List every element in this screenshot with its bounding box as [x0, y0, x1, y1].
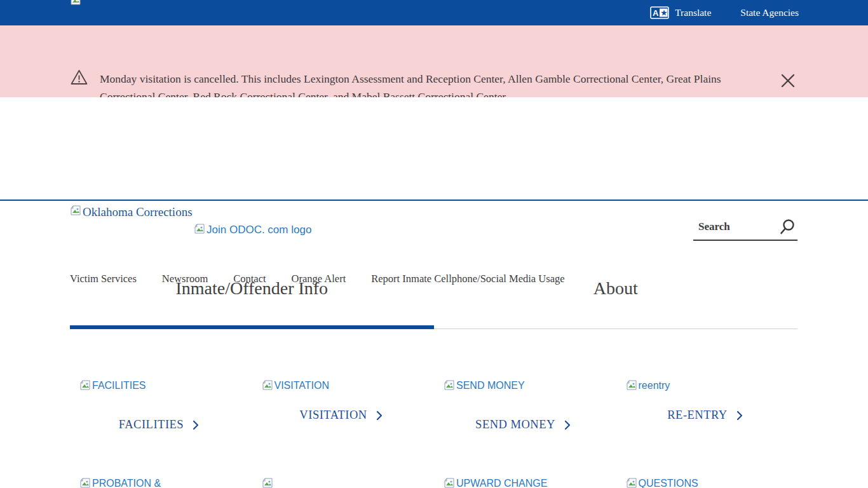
broken-image-icon	[626, 380, 637, 390]
card-facilities[interactable]: FACILITIES FACILITIES	[70, 380, 252, 431]
card-probation-parole[interactable]: PROBATION &	[70, 478, 252, 488]
broken-image-icon	[79, 478, 91, 488]
broken-image-icon	[262, 478, 273, 488]
card-image-alt-text: reentry	[639, 380, 670, 391]
tab-inmate-offender-info[interactable]: Inmate/Offender Info	[70, 278, 434, 318]
reentry-link-label: RE-ENTRY	[667, 409, 727, 422]
translate-label: Translate	[675, 7, 711, 18]
topbar-links: A ★ Translate State Agencies	[650, 0, 799, 25]
tab-about[interactable]: About	[434, 278, 798, 318]
inactive-tab-divider	[434, 329, 797, 329]
card-grid-row-1: FACILITIES FACILITIES VI	[70, 380, 798, 431]
site-logo-alt-text: Oklahoma Corrections	[83, 205, 193, 219]
card-send-money[interactable]: SEND MONEY SEND MONEY	[434, 380, 616, 431]
site-logo-link[interactable]: Oklahoma Corrections	[70, 205, 193, 219]
warning-icon	[71, 69, 88, 85]
join-odoc-logo-link[interactable]: Join ODOC. com logo	[194, 224, 311, 236]
state-agencies-link[interactable]: State Agencies	[740, 7, 799, 18]
card-image-alt-text: UPWARD CHANGE	[456, 478, 547, 488]
card-reentry[interactable]: reentry RE-ENTRY	[616, 380, 799, 431]
search-icon[interactable]	[778, 218, 796, 236]
chevron-right-icon	[376, 410, 383, 421]
broken-image-icon	[194, 224, 205, 234]
svg-text:★: ★	[661, 9, 667, 17]
send-money-link-label: SEND MONEY	[475, 418, 555, 431]
broken-image-icon	[79, 380, 91, 390]
search-box	[693, 215, 797, 241]
broken-image-icon	[70, 0, 81, 5]
svg-text:A: A	[653, 8, 659, 18]
facilities-link-label: FACILITIES	[119, 418, 184, 431]
card-image-alt-text: FACILITIES	[92, 380, 146, 391]
broken-image-icon	[444, 380, 455, 390]
join-odoc-logo-alt-text: Join ODOC. com logo	[207, 224, 311, 236]
card-image-alt-text: PROBATION &	[92, 478, 161, 488]
state-agencies-label: State Agencies	[740, 7, 799, 18]
translate-icon: A ★	[650, 6, 669, 19]
card-upward-change[interactable]: UPWARD CHANGE	[434, 478, 616, 488]
card-grid-row-2: PROBATION &	[70, 478, 798, 488]
broken-image-icon	[262, 380, 273, 390]
content-tabs: Inmate/Offender Info About	[70, 278, 797, 318]
visitation-link[interactable]: VISITATION	[262, 409, 421, 422]
top-utility-bar: A ★ Translate State Agencies	[0, 0, 868, 25]
chevron-right-icon	[564, 420, 571, 430]
chevron-right-icon	[193, 420, 199, 430]
card-questions[interactable]: QUESTIONS	[616, 478, 799, 488]
broken-image-icon	[444, 478, 455, 488]
card-image-alt-text: VISITATION	[275, 380, 330, 391]
alert-close-button[interactable]	[778, 71, 797, 90]
card-unnamed[interactable]	[252, 478, 435, 488]
close-icon	[780, 72, 796, 89]
facilities-link[interactable]: FACILITIES	[79, 418, 238, 431]
broken-image-icon	[70, 205, 81, 215]
card-image-alt-text: SEND MONEY	[456, 380, 525, 391]
page: A ★ Translate State Agencies Monday visi…	[0, 0, 868, 488]
card-image-alt-text: QUESTIONS	[639, 478, 698, 488]
card-visitation[interactable]: VISITATION VISITATION	[252, 380, 435, 431]
reentry-link[interactable]: RE-ENTRY	[626, 409, 785, 422]
alert-banner: Monday visitation is cancelled. This inc…	[0, 25, 868, 97]
search-input[interactable]	[693, 215, 775, 238]
site-header: Oklahoma Corrections Victim Services New…	[0, 97, 868, 201]
broken-image-icon	[626, 478, 637, 488]
chevron-right-icon	[736, 410, 743, 421]
visitation-link-label: VISITATION	[299, 409, 367, 422]
send-money-link[interactable]: SEND MONEY	[444, 418, 602, 431]
translate-button[interactable]: A ★ Translate	[650, 6, 711, 19]
tab-indicator-track	[70, 325, 797, 329]
active-tab-indicator	[70, 325, 434, 329]
